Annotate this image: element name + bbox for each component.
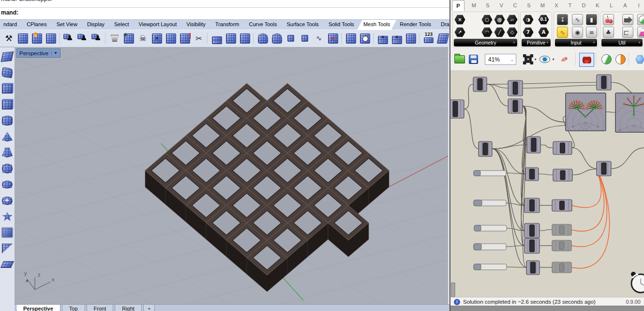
component-center[interactable]: [513, 82, 518, 94]
mesh-truncated-cone-icon[interactable]: [1, 147, 13, 158]
menu-tab-surface-tools[interactable]: Surface Tools: [280, 20, 325, 30]
component-center[interactable]: [530, 169, 535, 179]
ellipse-hex-icon[interactable]: ○: [481, 14, 493, 25]
slider-grip[interactable]: [474, 225, 481, 231]
comp-g[interactable]: [553, 141, 572, 155]
gh-tab-K-10[interactable]: K: [593, 0, 602, 10]
comp-f[interactable]: [527, 137, 540, 153]
slider-2[interactable]: [474, 200, 506, 206]
component-center[interactable]: [483, 143, 488, 155]
mesh-sphere-union-icon[interactable]: [270, 32, 283, 45]
sketch-pencil-icon[interactable]: ✎: [558, 53, 571, 66]
slider-5[interactable]: [474, 264, 507, 270]
graph-mapper-input-icon[interactable]: ∿: [572, 14, 583, 25]
component-center[interactable]: [560, 143, 565, 153]
component-center[interactable]: [560, 201, 565, 210]
mesh-close-box-icon[interactable]: ✕: [150, 32, 163, 45]
unroll-hook-icon[interactable]: ∿: [313, 32, 325, 45]
count-123-icon[interactable]: 123: [422, 32, 435, 45]
geometry-x-hex-icon[interactable]: ×: [454, 14, 465, 25]
gh-tab-M-6[interactable]: M: [538, 0, 547, 10]
palette-group-label[interactable]: Util+: [601, 39, 643, 47]
menu-tab-mesh-tools[interactable]: Mesh Tools: [357, 20, 396, 30]
slider-grip[interactable]: [474, 264, 481, 270]
gh-tab-I-13[interactable]: I: [634, 0, 644, 10]
menu-tab-select[interactable]: Select: [107, 20, 135, 30]
gh-tab-P-0[interactable]: P: [452, 0, 464, 11]
mesh-cone-icon[interactable]: [1, 131, 13, 142]
arrow-dark-util-icon[interactable]: [622, 14, 633, 25]
options-wrench-icon[interactable]: ⚒: [2, 32, 15, 45]
menu-tab-ndard[interactable]: ndard: [0, 20, 23, 30]
mesh-star-icon[interactable]: [1, 211, 13, 222]
polygon-reduce-person-icon[interactable]: ♟: [62, 32, 75, 45]
comp-c[interactable]: [508, 99, 523, 113]
mesh-box-icon[interactable]: [1, 83, 13, 94]
cplane-corner-icon[interactable]: [165, 32, 177, 45]
solver-clock-icon[interactable]: [631, 272, 644, 293]
menu-tab-visibility[interactable]: Visibility: [180, 20, 212, 30]
gh-tab-X-7[interactable]: X: [552, 0, 561, 10]
comp-a[interactable]: [473, 77, 487, 92]
command-area[interactable]: [0, 3, 450, 19]
menu-tab-curve-tools[interactable]: Curve Tools: [242, 20, 284, 30]
split-disjoint-2-icon[interactable]: +: [390, 32, 403, 45]
mesh-grid-icon[interactable]: [45, 32, 57, 45]
mesh-plane-icon[interactable]: [1, 51, 13, 62]
component-center[interactable]: [453, 101, 458, 117]
menu-tab-solid-tools[interactable]: Solid Tools: [322, 20, 360, 30]
gh-tab-S-2[interactable]: S: [483, 0, 493, 10]
weld-left-icon[interactable]: [285, 32, 297, 45]
command-prompt[interactable]: mand:: [1, 9, 18, 16]
arc-hex-icon[interactable]: ◠: [481, 27, 493, 38]
mesh-rows-dashed-icon[interactable]: [210, 32, 223, 45]
viewport-label[interactable]: Perspective ▼: [16, 48, 60, 58]
split-disjoint-1-icon[interactable]: +: [376, 32, 389, 45]
component-center[interactable]: [559, 242, 564, 249]
perspective-viewport[interactable]: xyz Perspective ▼: [15, 47, 448, 304]
viewport-tab-top[interactable]: Top: [62, 305, 85, 311]
menu-tab-cplanes[interactable]: CPlanes: [20, 20, 53, 30]
surface-hex-icon[interactable]: ▱: [507, 14, 518, 25]
component-center[interactable]: [559, 226, 564, 234]
knob-input-icon[interactable]: ◉: [572, 27, 583, 38]
component-center[interactable]: [531, 138, 536, 152]
component-center[interactable]: [559, 264, 564, 271]
comp-m[interactable]: [524, 223, 539, 238]
spiral-hex-icon[interactable]: @: [494, 14, 505, 25]
param-viewer-1[interactable]: [566, 93, 606, 140]
palette-group-label[interactable]: Input+: [555, 39, 597, 47]
comp-h[interactable]: [597, 161, 611, 176]
component-center[interactable]: [530, 240, 535, 252]
gh-tab-D-9[interactable]: D: [579, 0, 589, 10]
flask-util-icon[interactable]: [637, 27, 644, 38]
comp-e[interactable]: [479, 141, 492, 156]
honeycomb-mesh-structure[interactable]: [145, 83, 389, 292]
mesh-diagonal-split-icon[interactable]: [1, 243, 13, 254]
mesh-slab-icon[interactable]: [1, 259, 13, 270]
shaded-sphere-icon[interactable]: [614, 53, 627, 66]
slider-grip[interactable]: [474, 244, 481, 250]
component-center[interactable]: [513, 100, 518, 112]
viewport-dropdown-icon[interactable]: ▼: [51, 51, 58, 55]
mesh-dome-icon[interactable]: [256, 32, 269, 45]
grasshopper-canvas[interactable]: [450, 70, 644, 297]
box-hex-icon[interactable]: ◇: [507, 27, 518, 38]
slider-grip[interactable]: [474, 171, 480, 176]
menu-tab-viewport-layout[interactable]: Viewport Layout: [132, 20, 183, 30]
gh-tab-S-5[interactable]: S: [524, 0, 534, 10]
comp-k[interactable]: [524, 198, 539, 213]
data-tree-util-icon[interactable]: ♣: [603, 27, 614, 38]
comp-q[interactable]: [526, 261, 539, 275]
param-viewer-2[interactable]: [613, 93, 644, 146]
gh-tab-M-1[interactable]: M: [469, 0, 479, 10]
slider-1[interactable]: [474, 171, 506, 176]
comp-d[interactable]: [597, 75, 611, 90]
text-a-hex-icon[interactable]: A: [538, 27, 549, 38]
line-hex-icon[interactable]: ╱: [494, 27, 505, 38]
drop-pin-mesh-icon[interactable]: [179, 32, 191, 45]
circle-primitive-hex-icon[interactable]: ◑: [523, 14, 534, 25]
trim-scissors-icon[interactable]: ✂: [193, 32, 205, 45]
palette-group-label[interactable]: Geometry+: [454, 39, 517, 47]
info-icon[interactable]: !: [454, 299, 460, 305]
